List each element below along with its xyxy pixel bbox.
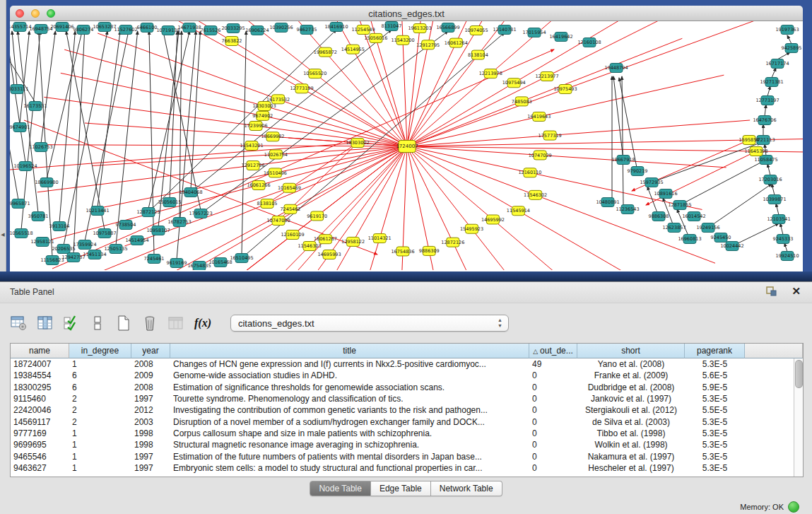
cell[interactable]: 19384554 [11, 370, 69, 380]
cell[interactable]: 1998 [131, 440, 170, 450]
cell[interactable]: 0 [529, 382, 577, 392]
new-table-icon[interactable] [114, 314, 133, 332]
cell[interactable]: Jankovic et al. (1997) [577, 394, 685, 404]
cell[interactable]: 2 [69, 405, 131, 415]
close-icon[interactable]: ✕ [792, 285, 801, 298]
table-row[interactable]: 2242004622012Investigating the contribut… [11, 404, 794, 416]
delete-table-icon[interactable] [141, 314, 159, 332]
cell[interactable]: 2009 [131, 370, 170, 380]
cell[interactable]: Corpus callosum shape and size in male p… [170, 428, 529, 438]
table-row[interactable]: 969969511998Structural magnetic resonanc… [11, 439, 794, 450]
network-canvas[interactable]: 1435571416948754206914069806274106532871… [10, 21, 803, 274]
cell[interactable]: 0 [529, 463, 577, 473]
tab-node-table[interactable]: Node Table [310, 481, 371, 496]
cell[interactable]: Estimation of significance thresholds fo… [170, 382, 529, 392]
cell[interactable]: Hescheler et al. (1997) [577, 463, 685, 473]
cell[interactable]: 1 [69, 452, 131, 462]
vertical-scrollbar[interactable] [794, 358, 803, 477]
collapse-panel-icon[interactable]: ◀ [0, 232, 6, 238]
cell[interactable]: 1997 [131, 463, 170, 473]
cell[interactable]: Tourette syndrome. Phenomenology and cla… [170, 394, 529, 404]
cell[interactable]: 1997 [131, 452, 170, 462]
cell[interactable]: 1997 [131, 394, 170, 404]
table-row[interactable]: 1872400712008Changes of HCN gene express… [11, 358, 794, 370]
cell[interactable]: Disruption of a novel member of a sodium… [170, 417, 529, 427]
cell[interactable]: 22420046 [11, 405, 69, 415]
table-row[interactable]: 946554611997Estimation of the future num… [11, 450, 794, 462]
column-header-out_de[interactable]: △out_de... [529, 344, 577, 358]
cell[interactable]: Franke et al. (2009) [577, 370, 685, 380]
cell[interactable]: 2003 [131, 417, 170, 427]
cell[interactable]: 9777169 [11, 428, 69, 438]
cell[interactable]: 5.6E-5 [685, 370, 745, 380]
table-row[interactable]: 911546021997Tourette syndrome. Phenomeno… [11, 393, 794, 404]
table-row[interactable]: 946362711997Embryonic stem cells: a mode… [11, 462, 794, 474]
cell[interactable]: 2008 [131, 382, 170, 392]
cell[interactable]: 0 [529, 452, 577, 462]
cell[interactable]: Dudbridge et al. (2008) [577, 382, 685, 392]
cell[interactable]: 9115460 [11, 394, 69, 404]
cell[interactable]: Tibbo et al. (1998) [577, 428, 685, 438]
cell[interactable]: 2012 [131, 405, 170, 415]
cell[interactable]: 9465546 [11, 452, 69, 462]
cell[interactable]: 0 [529, 417, 577, 427]
cell[interactable]: 2008 [131, 359, 170, 369]
cell[interactable]: 0 [529, 405, 577, 415]
function-builder-icon[interactable]: f(x) [194, 317, 211, 329]
cell[interactable]: 9463627 [11, 463, 69, 473]
cell[interactable]: 1 [69, 359, 131, 369]
cell[interactable]: 1 [69, 428, 131, 438]
cell[interactable]: 5.9E-5 [685, 382, 745, 392]
cell[interactable]: 0 [529, 428, 577, 438]
cell[interactable]: Wolkin et al. (1998) [577, 440, 685, 450]
cell[interactable]: 6 [69, 382, 131, 392]
cell[interactable]: Investigating the contribution of common… [170, 405, 529, 415]
network-table-select[interactable]: citations_edges.txt ▲▼ [230, 315, 509, 332]
column-header-in_degree[interactable]: in_degree [69, 344, 131, 358]
cell[interactable]: 5.3E-5 [685, 359, 745, 369]
cell[interactable]: Embryonic stem cells: a model to study s… [170, 463, 529, 473]
cell[interactable]: Estimation of the future numbers of pati… [170, 452, 529, 462]
cell[interactable]: 5.3E-5 [685, 463, 745, 473]
cell[interactable]: de Silva et al. (2003) [577, 417, 685, 427]
cell[interactable]: 49 [529, 359, 577, 369]
cell[interactable]: 6 [69, 370, 131, 380]
cell[interactable]: 0 [529, 370, 577, 380]
cell[interactable]: 5.3E-5 [685, 440, 745, 450]
citation-network-graph[interactable]: 1435571416948754206914069806274106532871… [10, 21, 803, 270]
cell[interactable]: Structural magnetic resonance image aver… [170, 440, 529, 450]
select-all-icon[interactable] [62, 314, 81, 332]
table-row[interactable]: 1938455462009Genome-wide association stu… [11, 370, 794, 381]
table-row[interactable]: 1456911722003Disruption of a novel membe… [11, 416, 794, 427]
left-splitter[interactable]: ◀ [0, 0, 6, 281]
cell[interactable]: 1998 [131, 428, 170, 438]
table-row[interactable]: 977716911998Corpus callosum shape and si… [11, 428, 794, 439]
tab-network-table[interactable]: Network Table [431, 481, 502, 496]
cell[interactable]: Nakamura et al. (1997) [577, 452, 685, 462]
tab-edge-table[interactable]: Edge Table [371, 481, 431, 496]
cell[interactable]: 1 [69, 463, 131, 473]
cell[interactable]: Changes of HCN gene expression and I(f) … [170, 359, 529, 369]
cell[interactable]: 1 [69, 440, 131, 450]
cell[interactable]: Yano et al. (2008) [577, 359, 685, 369]
table-mode-icon[interactable] [10, 314, 28, 332]
column-header-title[interactable]: title [170, 344, 529, 358]
cell[interactable]: Stergiakouli et al. (2012) [577, 405, 685, 415]
cell[interactable]: 5.5E-5 [685, 405, 745, 415]
cell[interactable]: 0 [529, 394, 577, 404]
rows-icon[interactable] [88, 314, 107, 332]
cell[interactable]: 5.3E-5 [685, 394, 745, 404]
column-header-year[interactable]: year [131, 344, 170, 358]
float-window-icon[interactable] [765, 286, 778, 298]
cell[interactable]: 18724007 [11, 359, 69, 369]
cell[interactable]: Genome-wide association studies in ADHD. [170, 370, 529, 380]
cell[interactable]: 18300295 [11, 382, 69, 392]
column-header-pagerank[interactable]: pagerank [685, 344, 745, 358]
column-header-name[interactable]: name [11, 344, 69, 358]
show-columns-icon[interactable] [36, 314, 54, 332]
cell[interactable]: 14569117 [11, 417, 69, 427]
cell[interactable]: 5.3E-5 [685, 452, 745, 462]
cell[interactable]: 2 [69, 394, 131, 404]
network-window-titlebar[interactable]: citations_edges.txt [10, 6, 803, 21]
cell[interactable]: 0 [529, 440, 577, 450]
